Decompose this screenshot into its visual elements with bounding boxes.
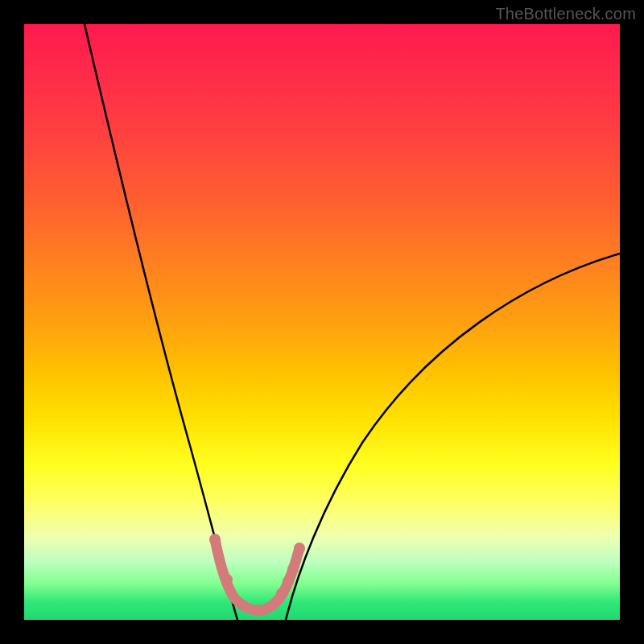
valley-dot: [252, 605, 263, 616]
right-curve: [286, 254, 620, 620]
valley-dot: [221, 574, 233, 585]
valley-dot: [287, 564, 299, 575]
valley-dot: [294, 543, 305, 554]
valley-dot: [276, 588, 287, 599]
left-curve: [85, 24, 237, 620]
curve-layer: [24, 24, 620, 620]
chart-frame: TheBottleneck.com: [0, 0, 644, 644]
watermark-text: TheBottleneck.com: [495, 5, 636, 23]
valley-dot: [209, 534, 221, 545]
valley-dot: [283, 576, 294, 587]
plot-area: [24, 24, 620, 620]
